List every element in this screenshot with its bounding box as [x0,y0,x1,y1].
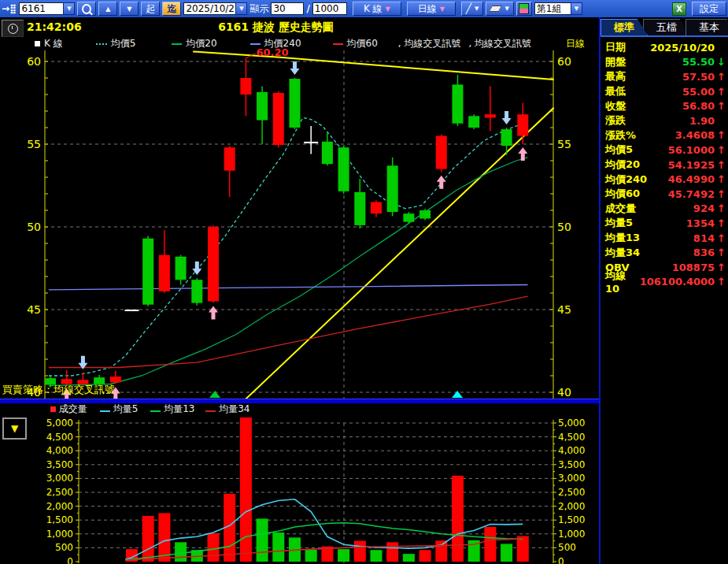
quote-label: 均價60 [605,187,640,201]
svg-text:2,500: 2,500 [558,487,585,498]
eraser-icon [489,6,502,12]
color-grid-icon [519,3,529,14]
up-arrow-icon: ↑ [715,232,726,244]
legend-ma20: 均價20 [172,37,216,50]
quote-value: 56.80 [682,100,715,112]
settings-button[interactable]: 設定 [692,2,726,16]
up-arrow-icon: ↑ [715,217,726,229]
legend-signal-1: , 均線交叉訊號 [398,37,461,50]
up-arrow-icon: ↑ [715,144,726,156]
group-dropdown-icon[interactable]: ▼ [571,2,582,15]
group-combo: ▼ [534,2,582,15]
quote-label: 開盤 [605,55,626,69]
svg-text:40: 40 [557,386,571,399]
svg-text:3,000: 3,000 [46,473,73,484]
vma5-swatch-icon [100,410,110,412]
date-input[interactable] [183,2,235,15]
quote-value: 3.4608 [675,129,715,141]
price-volume-chart[interactable]: 6060555550504545404060.205,0005,0004,500… [0,17,599,564]
stock-code-dropdown-icon[interactable]: ▼ [63,2,75,15]
svg-text:45: 45 [27,303,41,316]
svg-text:1,500: 1,500 [558,514,585,525]
tab-standard[interactable]: 標準 [601,19,648,35]
chart-type-button[interactable]: K 線▼ [353,2,401,16]
quote-value: 2025/10/20 [650,42,715,54]
quote-row: 均價6045.7492↑ [601,187,728,202]
svg-text:3,000: 3,000 [558,473,585,484]
quote-label: 均量34 [605,246,640,260]
tab-five-levels[interactable]: 五檔 [643,19,690,35]
quote-label: 均線10 [605,269,640,295]
period-button[interactable]: 日線▼ [407,2,456,16]
chart-type-label: K 線 [364,2,382,16]
period-indicator: 日線 [566,37,585,50]
quote-rows: 日期2025/10/20開盤55.50↓最高57.50↑最低55.00↑收盤56… [601,40,728,289]
legend-signal-2: , 均線交叉訊號 [468,37,531,50]
quote-row: 漲跌%3.4608↑ [601,128,728,143]
quote-value: 55.00 [682,86,715,98]
up-arrow-icon: ↑ [715,173,726,185]
draw-line-button[interactable]: ╱▼ [461,2,484,16]
svg-text:0: 0 [558,556,564,564]
ma240-swatch-icon [250,43,261,45]
quote-label: 均價20 [605,158,640,172]
chevron-down-icon: ▼ [504,6,508,12]
total-bars-input[interactable] [312,2,347,15]
up-arrow-icon: ↑ [715,86,726,98]
price-legend: K 線 均價5 均價20 均價240 均價60 , 均線交叉訊號 , 均線交叉訊… [0,38,599,50]
range-end-button[interactable]: 迄 [162,2,181,16]
svg-text:4,000: 4,000 [558,445,585,456]
svg-text:55: 55 [27,138,41,150]
svg-text:5,000: 5,000 [558,417,585,429]
chart-header: 21:42:06 6161 捷波 歷史走勢圖 [0,19,599,36]
quote-row: 最高57.50↑ [601,69,728,84]
panel-tabs: 標準 五檔 基本 [601,17,728,37]
quote-label: 漲跌 [605,113,626,128]
quote-value: 106100.4000 [640,276,715,288]
eraser-button[interactable]: ▼ [486,2,513,16]
quote-value: 46.4990 [668,173,715,185]
stock-code-input[interactable] [19,2,63,15]
quote-label: 最低 [605,84,626,98]
up-arrow-icon: ↑ [715,276,726,288]
search-button[interactable] [77,2,96,16]
quote-value: 108875 [672,262,715,273]
svg-text:1,000: 1,000 [558,529,585,540]
quote-label: 均量13 [605,231,640,245]
legend-vma5: 均量5 [100,403,138,416]
chart-area: 6060555550504545404060.205,0005,0004,500… [0,17,601,564]
prev-button[interactable]: ▲ [98,2,117,16]
quote-panel: 標準 五檔 基本 日期2025/10/20開盤55.50↓最高57.50↑最低5… [601,17,728,564]
drag-handle-icon[interactable]: →⣿ [2,4,17,13]
chart-title: 6161 捷波 歷史走勢圖 [0,20,552,35]
kline-swatch-icon [35,41,40,46]
quote-row: 均量13814↑ [601,231,728,246]
svg-text:50: 50 [557,221,571,233]
quote-value: 1.90 [689,115,715,127]
bars-shown-input[interactable] [271,2,304,15]
svg-text:55: 55 [557,138,571,150]
ma60-swatch-icon [333,43,343,45]
next-button[interactable]: ▼ [120,2,139,16]
quote-row: 均價2054.1925↑ [601,158,728,173]
tab-basic[interactable]: 基本 [686,19,728,35]
chevron-down-icon: ▼ [475,6,479,12]
toolbar: →⣿ ▼ ▲ ▼ 起 迄 ▼ 顯示 / K 線▼ 日線▼ ╱▼ ▼ ▼ X 設定 [0,0,728,17]
collapse-pane-button[interactable]: ▼ [2,417,27,440]
legend-ma60: 均價60 [333,37,378,50]
color-settings-button[interactable] [516,2,532,16]
date-dropdown-icon[interactable]: ▼ [235,2,247,15]
group-input[interactable] [534,2,571,15]
svg-text:0: 0 [67,556,73,564]
ma5-swatch-icon [96,43,107,45]
app-window: { "toolbar":{ "stock_code":"6161","range… [0,0,728,564]
excel-export-icon[interactable]: X [672,2,686,16]
up-arrow-icon: ↑ [715,202,726,214]
range-start-button[interactable]: 起 [141,2,160,16]
chevron-down-icon: ▼ [440,6,445,13]
quote-row: 均量51354↑ [601,216,728,231]
svg-text:4,000: 4,000 [46,445,73,456]
line-tool-icon: ╱ [466,3,471,14]
svg-text:4,500: 4,500 [558,432,585,443]
svg-text:60: 60 [557,55,571,68]
